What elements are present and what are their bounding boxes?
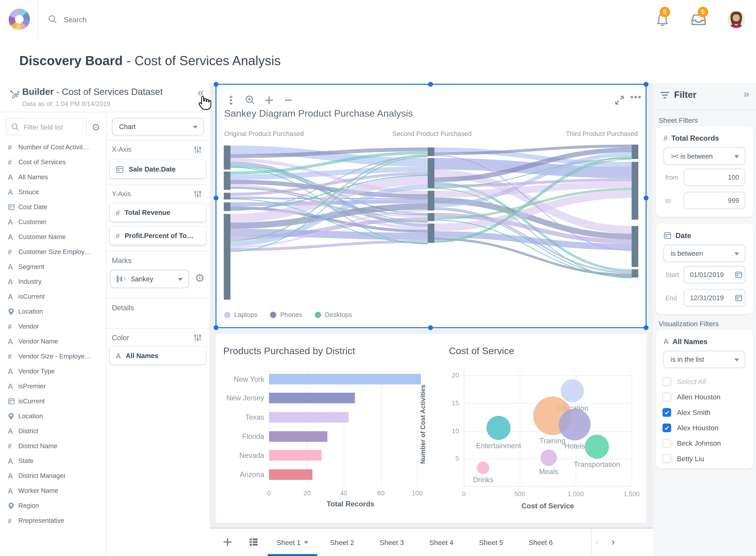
field-list-item[interactable]: # Cost of Services (0, 154, 106, 170)
resize-handle[interactable] (644, 82, 648, 86)
bar[interactable] (269, 469, 313, 480)
y-axis-settings-icon[interactable] (193, 190, 202, 199)
field-list-item[interactable]: Location (0, 409, 106, 424)
resize-handle[interactable] (213, 82, 218, 86)
field-list-item[interactable]: A Customer (0, 214, 106, 230)
bubble-drinks[interactable] (477, 461, 489, 474)
filter-option-row[interactable]: Alex Houston (662, 422, 719, 433)
all-names-operator-select[interactable]: is in the list (663, 351, 745, 368)
pan-tool-icon[interactable] (225, 95, 237, 106)
field-list-item[interactable]: A isCurrent (0, 289, 106, 304)
expand-panel-icon[interactable]: » (744, 88, 749, 100)
filter-option-row[interactable]: Alex Smith (662, 407, 710, 418)
to-input[interactable] (684, 192, 745, 209)
marks-type-select[interactable]: Sankey (110, 270, 189, 288)
field-list-item[interactable]: Region (0, 498, 106, 513)
notifications-button[interactable]: 5 (654, 0, 673, 39)
field-list-item[interactable]: A Customer Name (0, 230, 106, 244)
add-sheet-icon[interactable] (222, 537, 233, 547)
sheet-tab[interactable]: Sheet 4 (417, 529, 466, 556)
inbox-button[interactable]: 5 (690, 0, 709, 39)
legend-item[interactable]: Desktops (315, 311, 352, 318)
sheet-list-icon[interactable] (248, 537, 259, 547)
field-list-item[interactable]: # Customer Size Employ… (0, 244, 106, 259)
calendar-icon[interactable] (735, 271, 743, 278)
sheet-tab[interactable]: Sheet 1 (268, 529, 317, 556)
checkbox[interactable] (662, 454, 671, 463)
from-input[interactable] (684, 169, 745, 186)
date-operator-select[interactable]: is between (663, 245, 745, 262)
bubble-hotels[interactable] (559, 409, 591, 441)
filter-option-row[interactable]: Beck Johnson (662, 438, 721, 449)
bar[interactable] (269, 412, 349, 423)
field-list-item[interactable]: A Industry (0, 274, 106, 289)
bubble-transportation[interactable] (585, 435, 609, 459)
bubble-meals[interactable] (540, 450, 557, 466)
sankey-diagram[interactable] (224, 143, 638, 311)
field-list-item[interactable]: # Vendor (0, 319, 106, 334)
more-options-icon[interactable]: ••• (630, 92, 642, 103)
next-sheets-icon[interactable]: › (611, 535, 615, 549)
resize-handle[interactable] (428, 82, 433, 86)
prev-sheets-icon[interactable]: ‹ (595, 535, 599, 549)
field-list-item[interactable]: Cost Date (0, 200, 106, 214)
resize-handle[interactable] (213, 196, 218, 200)
field-list-item[interactable]: A Segment (0, 259, 106, 274)
field-search[interactable] (6, 118, 87, 135)
checkbox[interactable] (662, 393, 671, 402)
chevron-down-icon[interactable] (304, 541, 308, 544)
field-list-item[interactable]: # District Name (0, 439, 106, 453)
bar[interactable] (269, 450, 322, 460)
sankey-viz-card[interactable]: ••• Sankey Diagram Product Purchase Anal… (216, 84, 647, 328)
field-list-item[interactable]: A Worker Name (0, 483, 106, 498)
checkbox[interactable] (662, 424, 671, 432)
bar[interactable] (269, 393, 355, 403)
bubble-education[interactable] (561, 379, 584, 402)
bar-chart-plot[interactable]: 0204080100 (269, 370, 428, 486)
x-axis-field-pill[interactable]: Sale Date.Date (110, 160, 206, 178)
color-settings-icon[interactable] (193, 334, 202, 342)
zoom-selection-icon[interactable] (244, 95, 256, 106)
field-list-item[interactable]: # Vendor Size - Employe… (0, 349, 106, 364)
resize-handle[interactable] (644, 325, 648, 330)
bar[interactable] (269, 431, 327, 442)
legend-item[interactable]: Phones (270, 311, 302, 318)
expand-icon[interactable] (614, 95, 625, 106)
checkbox[interactable] (662, 377, 671, 386)
viz-type-select[interactable]: Chart (112, 118, 204, 135)
calendar-icon[interactable] (735, 294, 743, 302)
sheet-tab[interactable]: Sheet 5 (466, 529, 516, 556)
app-logo[interactable] (0, 0, 38, 39)
bubble-chart-plot[interactable]: EducationTrainingHotelsEntertainmentTran… (464, 370, 632, 487)
bar[interactable] (269, 374, 421, 384)
user-avatar[interactable] (728, 11, 745, 28)
legend-item[interactable]: Laptops (224, 311, 258, 318)
resize-handle[interactable] (644, 196, 648, 200)
field-list-item[interactable]: A isPremier (0, 379, 106, 394)
sheet-tab[interactable]: Sheet 6 (516, 529, 565, 556)
field-list-item[interactable]: # Rrepresentative (0, 513, 106, 528)
sheet-tab[interactable]: Sheet 3 (367, 529, 417, 556)
field-search-input[interactable] (23, 118, 85, 136)
filter-option-row[interactable]: Betty Liu (662, 453, 704, 464)
field-list-item[interactable]: isCurrent (0, 394, 106, 409)
x-axis-settings-icon[interactable] (193, 146, 202, 154)
color-field-pill[interactable]: A All Names (110, 347, 206, 364)
field-list-item[interactable]: A All Names (0, 170, 106, 184)
field-settings-gear-icon[interactable]: ⚙ (92, 121, 100, 133)
checkbox[interactable] (662, 408, 671, 417)
sheet-tab[interactable]: Sheet 2 (317, 529, 367, 556)
zoom-in-icon[interactable] (263, 95, 275, 106)
field-list-item[interactable]: A State (0, 453, 106, 468)
field-list-item[interactable]: A District (0, 424, 106, 439)
filter-option-row[interactable]: Select All (662, 376, 706, 387)
y-axis-field-pill-2[interactable]: # Profit.Percent of To… (110, 227, 206, 245)
resize-handle[interactable] (428, 325, 433, 330)
resize-handle[interactable] (213, 325, 218, 330)
zoom-out-icon[interactable] (283, 95, 294, 106)
field-list-item[interactable]: A Vendor Type (0, 364, 106, 379)
lower-charts-card[interactable]: Products Purchased by District New YorkN… (216, 334, 647, 523)
y-axis-field-pill-1[interactable]: # Total Revenue (110, 203, 206, 221)
field-list-item[interactable]: # Number of Cost Activit… (0, 140, 106, 154)
field-list-item[interactable]: Location (0, 304, 106, 319)
